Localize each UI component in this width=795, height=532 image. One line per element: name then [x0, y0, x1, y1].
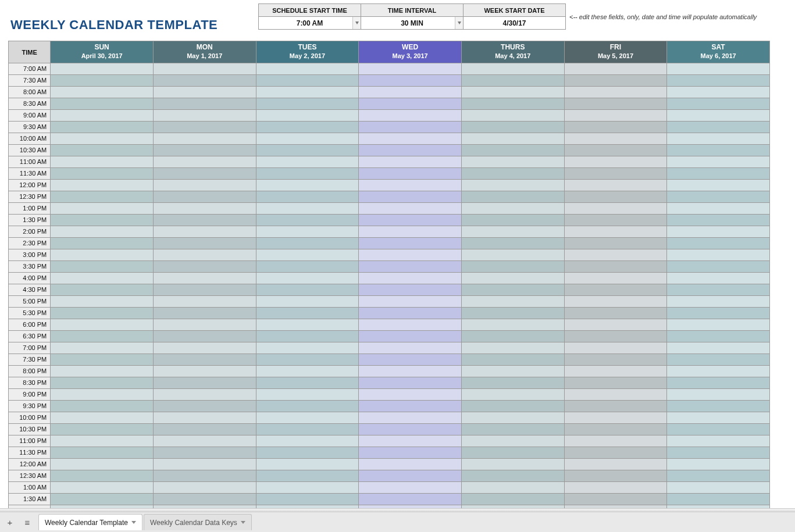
calendar-cell[interactable]	[564, 389, 667, 401]
calendar-cell[interactable]	[564, 122, 667, 133]
calendar-cell[interactable]	[256, 354, 359, 366]
calendar-cell[interactable]	[667, 168, 770, 180]
calendar-cell[interactable]	[667, 191, 770, 203]
calendar-cell[interactable]	[359, 389, 462, 401]
calendar-cell[interactable]	[461, 377, 564, 389]
calendar-cell[interactable]	[256, 98, 359, 110]
time-label-cell[interactable]: 8:30 PM	[9, 377, 51, 389]
time-label-cell[interactable]: 2:00 PM	[9, 226, 51, 238]
calendar-cell[interactable]	[564, 319, 667, 331]
calendar-cell[interactable]	[153, 412, 256, 424]
calendar-cell[interactable]	[51, 87, 154, 98]
calendar-cell[interactable]	[461, 180, 564, 191]
calendar-cell[interactable]	[667, 308, 770, 319]
time-label-cell[interactable]: 9:30 PM	[9, 401, 51, 412]
calendar-cell[interactable]	[564, 354, 667, 366]
calendar-cell[interactable]	[564, 145, 667, 156]
calendar-cell[interactable]	[461, 296, 564, 308]
calendar-cell[interactable]	[564, 366, 667, 377]
calendar-cell[interactable]	[359, 331, 462, 342]
calendar-cell[interactable]	[153, 331, 256, 342]
calendar-cell[interactable]	[256, 401, 359, 412]
calendar-cell[interactable]	[564, 87, 667, 98]
calendar-cell[interactable]	[564, 156, 667, 168]
calendar-cell[interactable]	[153, 226, 256, 238]
calendar-cell[interactable]	[51, 342, 154, 354]
calendar-cell[interactable]	[461, 122, 564, 133]
calendar-cell[interactable]	[256, 249, 359, 261]
time-label-cell[interactable]: 11:30 AM	[9, 168, 51, 180]
calendar-cell[interactable]	[359, 261, 462, 273]
calendar-cell[interactable]	[359, 122, 462, 133]
calendar-cell[interactable]	[461, 133, 564, 145]
time-label-cell[interactable]: 6:00 PM	[9, 319, 51, 331]
calendar-cell[interactable]	[51, 238, 154, 249]
time-label-cell[interactable]: 4:30 PM	[9, 284, 51, 296]
calendar-cell[interactable]	[153, 110, 256, 122]
settings-interval-cell[interactable]: 30 MIN	[361, 17, 464, 30]
add-sheet-button[interactable]: +	[2, 515, 17, 530]
calendar-cell[interactable]	[256, 331, 359, 342]
calendar-cell[interactable]	[564, 98, 667, 110]
calendar-cell[interactable]	[461, 110, 564, 122]
time-label-cell[interactable]: 6:30 PM	[9, 331, 51, 342]
calendar-cell[interactable]	[461, 75, 564, 87]
calendar-cell[interactable]	[153, 470, 256, 482]
time-label-cell[interactable]: 1:30 PM	[9, 215, 51, 226]
calendar-cell[interactable]	[153, 75, 256, 87]
calendar-cell[interactable]	[51, 226, 154, 238]
calendar-cell[interactable]	[51, 249, 154, 261]
calendar-cell[interactable]	[461, 435, 564, 447]
calendar-cell[interactable]	[359, 133, 462, 145]
calendar-cell[interactable]	[153, 482, 256, 494]
calendar-cell[interactable]	[359, 319, 462, 331]
calendar-cell[interactable]	[256, 435, 359, 447]
calendar-cell[interactable]	[564, 191, 667, 203]
calendar-cell[interactable]	[51, 133, 154, 145]
calendar-cell[interactable]	[461, 145, 564, 156]
calendar-cell[interactable]	[461, 459, 564, 470]
calendar-cell[interactable]	[256, 459, 359, 470]
calendar-cell[interactable]	[359, 63, 462, 75]
calendar-cell[interactable]	[461, 215, 564, 226]
calendar-cell[interactable]	[51, 284, 154, 296]
calendar-cell[interactable]	[564, 447, 667, 459]
calendar-cell[interactable]	[667, 331, 770, 342]
calendar-cell[interactable]	[51, 75, 154, 87]
calendar-cell[interactable]	[51, 470, 154, 482]
calendar-cell[interactable]	[359, 180, 462, 191]
calendar-cell[interactable]	[359, 87, 462, 98]
calendar-cell[interactable]	[564, 342, 667, 354]
calendar-cell[interactable]	[564, 331, 667, 342]
calendar-cell[interactable]	[51, 110, 154, 122]
calendar-cell[interactable]	[359, 377, 462, 389]
calendar-cell[interactable]	[153, 168, 256, 180]
calendar-cell[interactable]	[359, 156, 462, 168]
time-label-cell[interactable]: 5:00 PM	[9, 296, 51, 308]
time-label-cell[interactable]: 11:30 PM	[9, 447, 51, 459]
settings-start-time-cell[interactable]: 7:00 AM	[259, 17, 361, 30]
time-label-cell[interactable]: 10:00 AM	[9, 133, 51, 145]
calendar-cell[interactable]	[153, 389, 256, 401]
calendar-cell[interactable]	[256, 87, 359, 98]
calendar-cell[interactable]	[461, 470, 564, 482]
calendar-cell[interactable]	[667, 145, 770, 156]
calendar-cell[interactable]	[153, 261, 256, 273]
calendar-cell[interactable]	[256, 180, 359, 191]
calendar-cell[interactable]	[564, 249, 667, 261]
calendar-cell[interactable]	[256, 284, 359, 296]
dropdown-arrow-icon[interactable]	[455, 17, 463, 29]
calendar-cell[interactable]	[461, 168, 564, 180]
calendar-cell[interactable]	[256, 494, 359, 505]
calendar-cell[interactable]	[667, 342, 770, 354]
calendar-cell[interactable]	[153, 133, 256, 145]
calendar-cell[interactable]	[51, 424, 154, 435]
calendar-cell[interactable]	[256, 308, 359, 319]
chevron-down-icon[interactable]	[131, 521, 136, 524]
calendar-cell[interactable]	[564, 110, 667, 122]
calendar-cell[interactable]	[51, 494, 154, 505]
calendar-cell[interactable]	[51, 215, 154, 226]
time-label-cell[interactable]: 7:00 PM	[9, 342, 51, 354]
calendar-cell[interactable]	[667, 494, 770, 505]
time-label-cell[interactable]: 10:30 PM	[9, 424, 51, 435]
